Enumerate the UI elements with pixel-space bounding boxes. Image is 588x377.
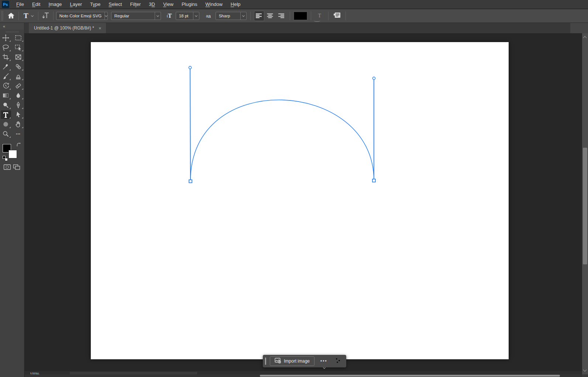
move-tool[interactable] [1, 34, 11, 42]
collapse-panel-button[interactable]: « [3, 24, 5, 28]
taskbar-settings-button[interactable] [333, 358, 343, 365]
object-selection-tool[interactable] [13, 43, 24, 52]
menu-items: FileEditImageLayerTypeSelectFilter3DView… [12, 1, 245, 8]
tools-panel-grip[interactable] [6, 31, 18, 33]
type-path-overlay [91, 42, 509, 359]
warp-text-button[interactable]: T [315, 11, 324, 21]
document-title: Untitled-1 @ 100% (RGB/8#) * [34, 25, 94, 31]
spot-healing-brush-tool[interactable] [13, 62, 24, 71]
vertical-scroll-thumb[interactable] [583, 148, 587, 264]
menu-file[interactable]: File [12, 1, 28, 8]
scrollbar-corner [582, 374, 588, 377]
type-tool[interactable] [1, 110, 11, 119]
status-bar: 100% [25, 371, 582, 374]
menu-bar: Ps FileEditImageLayerTypeSelectFilter3DV… [0, 0, 588, 9]
photoshop-logo-icon: Ps [2, 1, 9, 8]
hand-tool[interactable] [13, 120, 24, 128]
menu-3d[interactable]: 3D [145, 1, 159, 8]
canvas[interactable] [91, 42, 509, 359]
options-bar-grip[interactable] [1, 11, 3, 21]
taskbar-grip[interactable] [265, 357, 266, 365]
crop-tool[interactable] [1, 53, 11, 61]
vertical-scrollbar[interactable] [582, 33, 588, 374]
edit-toolbar-button[interactable]: ••• [13, 130, 24, 138]
workspace: Import image ••• [25, 33, 582, 371]
control-handle-icon [189, 66, 191, 69]
text-orientation-icon [42, 12, 50, 20]
home-button[interactable] [6, 11, 16, 21]
photoshop-window: Ps FileEditImageLayerTypeSelectFilter3DV… [0, 0, 588, 377]
chevron-down-icon [323, 366, 326, 369]
chevron-down-icon [31, 14, 34, 17]
anti-alias-value: Sharp [216, 14, 240, 18]
default-colors-icon[interactable] [3, 156, 8, 161]
background-color-swatch[interactable] [8, 150, 17, 158]
menu-layer[interactable]: Layer [66, 1, 86, 8]
text-color-swatch[interactable] [294, 12, 307, 20]
menu-type[interactable]: Type [86, 1, 104, 8]
anti-alias-icon: aa [204, 11, 213, 21]
swap-colors-icon[interactable] [16, 141, 21, 148]
align-right-button[interactable] [276, 11, 286, 21]
menu-view[interactable]: View [159, 1, 178, 8]
pen-tool[interactable] [13, 101, 24, 109]
history-brush-tool[interactable] [1, 82, 11, 90]
chevron-down-icon [193, 12, 199, 20]
brush-tool[interactable] [1, 72, 11, 80]
scroll-down-icon[interactable] [583, 368, 587, 372]
path-selection-tool[interactable] [13, 110, 24, 119]
document-tab-bar: Untitled-1 @ 100% (RGB/8#) * × [24, 23, 588, 33]
clone-stamp-tool[interactable] [13, 72, 24, 80]
scroll-up-icon[interactable] [583, 36, 587, 40]
align-center-button[interactable] [265, 11, 275, 21]
sliders-icon [335, 358, 341, 364]
anti-alias-select[interactable]: Sharp [216, 12, 247, 20]
menu-plugins[interactable]: Plugins [178, 1, 202, 8]
lasso-tool[interactable] [1, 43, 11, 52]
dodge-tool[interactable] [1, 101, 11, 109]
text-orientation-button[interactable] [41, 11, 51, 21]
type-tool-preset-button[interactable]: T [21, 11, 35, 21]
anchor-point-icon [372, 179, 375, 182]
gradient-tool[interactable] [1, 91, 11, 100]
menu-image[interactable]: Image [44, 1, 66, 8]
eyedropper-tool[interactable] [1, 62, 11, 71]
ellipse-tool[interactable] [1, 120, 11, 128]
font-style-value: Regular [111, 14, 155, 18]
options-bar: T Noto Color Emoji SVG Regular tT 18 pt … [0, 9, 588, 23]
horizontal-scrollbar[interactable] [25, 374, 582, 377]
document-tab[interactable]: Untitled-1 @ 100% (RGB/8#) * × [29, 23, 106, 33]
anchor-point-icon [189, 180, 192, 183]
font-family-select[interactable]: Noto Color Emoji SVG [56, 12, 108, 20]
menu-help[interactable]: Help [227, 1, 245, 8]
more-options-button[interactable]: ••• [318, 359, 330, 364]
import-image-button[interactable]: Import image [270, 356, 314, 366]
chevron-down-icon [104, 12, 107, 20]
horizontal-scroll-thumb[interactable] [260, 375, 560, 377]
align-left-button[interactable] [254, 11, 264, 21]
font-size-value: 18 pt [176, 14, 193, 18]
zoom-tool[interactable] [1, 130, 11, 138]
menu-select[interactable]: Select [104, 1, 126, 8]
chevron-down-icon [155, 12, 161, 20]
blur-tool[interactable] [13, 91, 24, 100]
eraser-tool[interactable] [13, 82, 24, 90]
toggle-panels-button[interactable] [332, 11, 342, 21]
menu-filter[interactable]: Filter [126, 1, 145, 8]
frame-tool[interactable] [13, 53, 24, 61]
font-size-icon: tT [165, 11, 174, 21]
menu-edit[interactable]: Edit [28, 1, 44, 8]
font-style-select[interactable]: Regular [111, 12, 161, 20]
font-size-select[interactable]: 18 pt [176, 12, 199, 20]
document-info-segment [70, 372, 197, 374]
contextual-taskbar: Import image ••• [263, 355, 346, 367]
font-family-value: Noto Color Emoji SVG [56, 14, 104, 18]
menu-window[interactable]: Window [202, 1, 227, 8]
close-tab-icon[interactable]: × [98, 25, 102, 31]
import-image-label: Import image [284, 359, 310, 364]
rectangular-marquee-tool[interactable] [13, 34, 24, 42]
quick-mask-button[interactable] [3, 164, 11, 172]
screen-mode-button[interactable] [13, 164, 21, 172]
ellipsis-icon: ••• [320, 359, 327, 364]
tools-panel: « ••• [0, 23, 24, 377]
